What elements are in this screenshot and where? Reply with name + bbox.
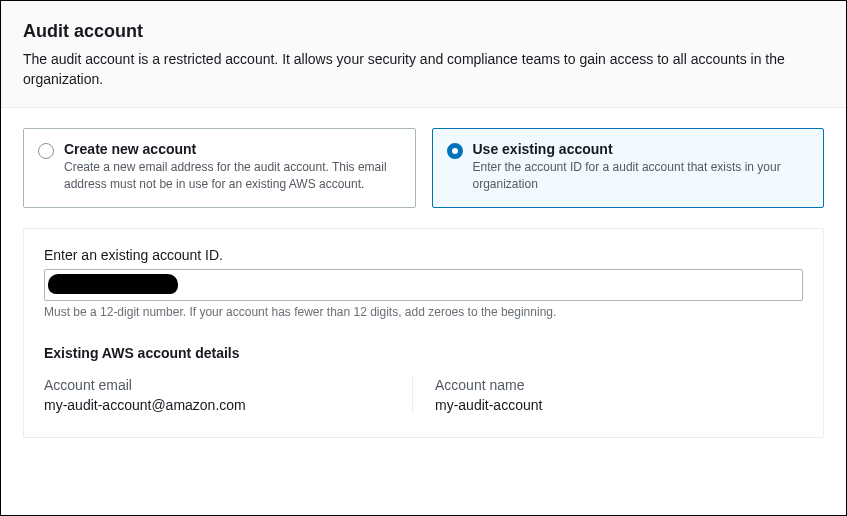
page-header: Audit account The audit account is a res… xyxy=(1,1,846,108)
use-existing-account-option[interactable]: Use existing account Enter the account I… xyxy=(432,128,825,208)
option-description: Create a new email address for the audit… xyxy=(64,159,401,193)
content-area: Create new account Create a new email ad… xyxy=(1,108,846,458)
account-name-value: my-audit-account xyxy=(435,397,793,413)
option-description: Enter the account ID for a audit account… xyxy=(473,159,810,193)
page-description: The audit account is a restricted accoun… xyxy=(23,50,824,89)
radio-icon xyxy=(447,143,463,159)
radio-icon xyxy=(38,143,54,159)
account-id-input[interactable] xyxy=(44,269,803,301)
existing-account-panel: Enter an existing account ID. Must be a … xyxy=(23,228,824,438)
account-name-label: Account name xyxy=(435,377,793,393)
option-title: Create new account xyxy=(64,141,401,157)
account-email-value: my-audit-account@amazon.com xyxy=(44,397,402,413)
page-title: Audit account xyxy=(23,21,824,42)
create-new-account-option[interactable]: Create new account Create a new email ad… xyxy=(23,128,416,208)
account-id-label: Enter an existing account ID. xyxy=(44,247,803,263)
account-email-label: Account email xyxy=(44,377,402,393)
account-name-col: Account name my-audit-account xyxy=(412,377,803,413)
account-details-title: Existing AWS account details xyxy=(44,345,803,361)
account-email-col: Account email my-audit-account@amazon.co… xyxy=(44,377,412,413)
account-id-hint: Must be a 12-digit number. If your accou… xyxy=(44,305,803,319)
account-option-row: Create new account Create a new email ad… xyxy=(23,128,824,208)
account-details-row: Account email my-audit-account@amazon.co… xyxy=(44,377,803,413)
option-title: Use existing account xyxy=(473,141,810,157)
